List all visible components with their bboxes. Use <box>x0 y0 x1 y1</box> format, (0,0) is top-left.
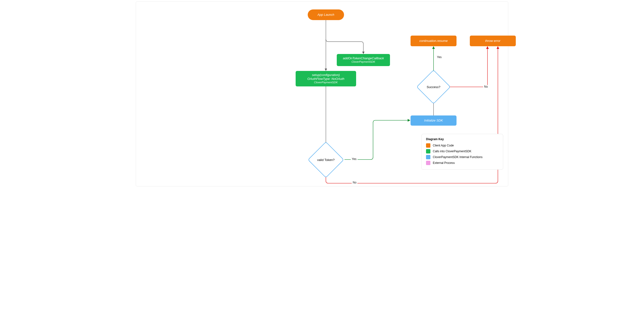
legend-label: External Process <box>433 161 455 165</box>
edge-label-no-valid-token: No <box>352 181 357 184</box>
node-label: Initialize SDK <box>424 119 443 123</box>
node-label: App Launch <box>318 13 334 17</box>
legend-row: External Process <box>426 161 498 165</box>
legend-row: CloverPaymentSDK Internal Functions <box>426 155 498 159</box>
decision-valid-token: valid Token? <box>313 147 339 173</box>
legend-label: Client App Code <box>433 144 454 147</box>
legend-title: Diagram Key <box>426 138 498 141</box>
decision-label: Success? <box>414 75 453 99</box>
edge-label-yes-valid-token: Yes <box>351 157 358 161</box>
node-sublabel: CloverPaymentSDK <box>314 81 338 84</box>
node-initialize-sdk: Initialize SDK <box>410 115 456 126</box>
legend-swatch-pink <box>426 161 430 165</box>
node-label: throw error <box>485 39 500 43</box>
node-label: addOnTokenChangeCallback <box>343 56 384 60</box>
edge-label-no-success: No <box>483 85 489 88</box>
legend-swatch-green <box>426 149 430 153</box>
node-throw-error: throw error <box>470 36 516 46</box>
legend-swatch-orange <box>426 143 430 148</box>
node-line2: OAuthFlowType: NoOAuth <box>308 77 344 81</box>
node-sublabel: CloverPaymentSDK <box>352 60 375 64</box>
node-setup: setup(configuration) OAuthFlowType: NoOA… <box>296 71 356 86</box>
legend-label: Calls into CloverPaymentSDK <box>433 150 471 153</box>
legend-row: Calls into CloverPaymentSDK <box>426 149 498 153</box>
node-label: continuation.resume <box>419 39 448 43</box>
diagram-key-panel: Diagram Key Client App Code Calls into C… <box>422 134 503 170</box>
legend-label: CloverPaymentSDK Internal Functions <box>433 155 482 159</box>
decision-label: valid Token? <box>305 147 346 173</box>
node-line1: setup(configuration) <box>312 73 340 77</box>
legend-row: Client App Code <box>426 143 498 148</box>
edge-label-yes-success: Yes <box>436 56 443 59</box>
node-app-launch: App Launch <box>308 10 344 20</box>
decision-success: Success? <box>422 75 446 99</box>
node-add-callback: addOnTokenChangeCallback CloverPaymentSD… <box>337 54 390 66</box>
node-continuation-resume: continuation.resume <box>410 36 456 46</box>
legend-swatch-blue <box>426 155 430 159</box>
